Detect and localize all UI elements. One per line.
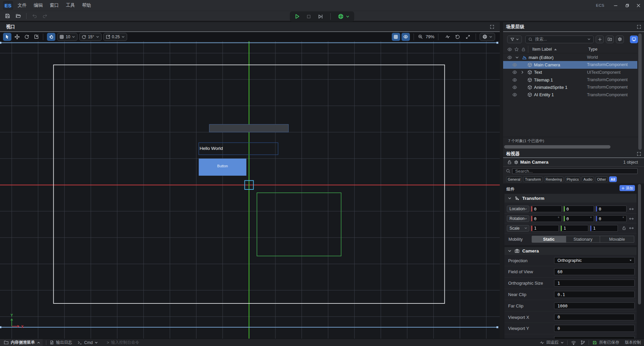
- restore-button[interactable]: [621, 0, 633, 11]
- property-value-field[interactable]: Orthographic: [554, 257, 635, 264]
- angle-snap-dropdown[interactable]: 15°: [79, 33, 101, 41]
- undo-icon[interactable]: [30, 12, 39, 20]
- transform-section-header[interactable]: Transform: [504, 194, 637, 203]
- output-log-button[interactable]: 输出日志: [50, 340, 72, 345]
- rotate-tool-button[interactable]: [22, 33, 31, 41]
- mobility-option[interactable]: Stationary: [566, 236, 600, 242]
- content-drawer-button[interactable]: 内容侧滑菜单: [0, 339, 43, 346]
- unlock-icon[interactable]: [507, 160, 512, 165]
- property-value-field[interactable]: 1000: [554, 302, 635, 309]
- expand-icon[interactable]: [521, 70, 525, 74]
- type-column-header[interactable]: Type: [588, 47, 597, 52]
- hierarchy-row[interactable]: Text UITextComponent: [503, 69, 637, 76]
- minimize-button[interactable]: [610, 0, 621, 11]
- inspector-vertical-scrollbar[interactable]: [638, 184, 641, 304]
- viewport-expand-icon[interactable]: [490, 25, 494, 29]
- run-target-dropdown[interactable]: [337, 13, 350, 20]
- add-folder-button[interactable]: [606, 36, 614, 43]
- grid-snap-dropdown[interactable]: 10: [57, 33, 77, 41]
- property-value-field[interactable]: 1: [554, 280, 635, 287]
- step-icon[interactable]: [317, 13, 324, 20]
- collapse-icon[interactable]: [515, 56, 519, 59]
- value-field-y[interactable]: 0°: [563, 215, 594, 222]
- visibility-eye-icon[interactable]: [512, 92, 517, 97]
- inspector-tab[interactable]: General: [506, 176, 522, 182]
- stop-icon[interactable]: [305, 13, 313, 20]
- visibility-eye-icon[interactable]: [512, 77, 517, 82]
- inspector-tab[interactable]: Physics: [565, 176, 580, 182]
- menu-item[interactable]: 帮助: [78, 0, 95, 11]
- redo-icon[interactable]: [41, 12, 49, 20]
- value-field-z[interactable]: 0°: [595, 215, 627, 222]
- scale-snap-dropdown[interactable]: 0.25: [103, 33, 127, 41]
- hierarchy-row[interactable]: main (Editor) World: [503, 54, 637, 61]
- value-field-z[interactable]: 1°: [590, 225, 618, 232]
- trace-dropdown[interactable]: 回追踪: [540, 340, 564, 345]
- panel-splitter[interactable]: [500, 22, 503, 339]
- hierarchy-vertical-scrollbar[interactable]: [638, 34, 642, 150]
- close-button[interactable]: [633, 0, 644, 11]
- screen-view-button[interactable]: [630, 36, 638, 43]
- hierarchy-search-input[interactable]: 搜索...: [525, 36, 594, 43]
- inspector-tab[interactable]: Rendering: [544, 176, 564, 182]
- app-logo[interactable]: ES: [3, 1, 13, 10]
- snap-toggle-button[interactable]: [47, 33, 55, 41]
- rect-edit-tool-button[interactable]: [32, 33, 41, 41]
- save-icon[interactable]: [3, 12, 12, 20]
- scene-canvas[interactable]: Hello World Button Y X: [0, 41, 500, 339]
- zoom-level[interactable]: 79%: [426, 34, 434, 39]
- stats-toggle-button[interactable]: [443, 33, 452, 41]
- mobility-option[interactable]: Static: [532, 236, 566, 242]
- property-value-field[interactable]: [554, 336, 635, 339]
- hierarchy-row[interactable]: AI Entity 1 TransformComponent: [503, 91, 637, 98]
- play-icon[interactable]: [293, 13, 301, 20]
- item-label-column-header[interactable]: Item Label: [532, 47, 552, 52]
- object-settings-gear-icon[interactable]: [514, 160, 519, 165]
- inspector-tab[interactable]: All: [609, 176, 617, 182]
- swap-values-icon[interactable]: [629, 216, 634, 221]
- add-component-button[interactable]: 添加: [620, 185, 635, 191]
- value-field-y[interactable]: 0°: [563, 206, 594, 212]
- property-value-field[interactable]: 0: [554, 313, 635, 321]
- hierarchy-row[interactable]: AnimatedSprite 1 TransformComponent: [503, 83, 637, 91]
- visibility-column-icon[interactable]: [507, 47, 512, 52]
- add-entity-button[interactable]: [596, 36, 604, 43]
- value-field-z[interactable]: 0°: [595, 206, 627, 212]
- mobility-option[interactable]: Movable: [600, 236, 634, 242]
- axis-mode-dropdown[interactable]: Location: [507, 206, 529, 212]
- visibility-eye-icon[interactable]: [512, 85, 517, 90]
- fullscreen-view-button[interactable]: [464, 33, 472, 41]
- property-value-field[interactable]: 60: [554, 268, 635, 275]
- visibility-eye-icon[interactable]: [507, 55, 512, 60]
- property-value-field[interactable]: 0.1: [554, 291, 635, 298]
- camera-section-header[interactable]: Camera: [504, 247, 637, 255]
- menu-item[interactable]: 工具: [62, 0, 78, 11]
- menu-item[interactable]: 窗口: [46, 0, 62, 11]
- hierarchy-settings-button[interactable]: [616, 36, 624, 43]
- network-status-icon[interactable]: [571, 340, 576, 345]
- value-field-x[interactable]: 0°: [531, 206, 562, 212]
- hierarchy-horizontal-scrollbar[interactable]: [504, 145, 610, 149]
- save-status[interactable]: 所有已保存: [592, 340, 619, 345]
- swap-values-icon[interactable]: [629, 226, 634, 231]
- branch-icon[interactable]: [580, 340, 585, 345]
- value-field-x[interactable]: 0°: [531, 215, 562, 222]
- hierarchy-row[interactable]: Main Camera TransformComponent: [503, 61, 637, 68]
- console-command-input[interactable]: > 输入控制台命令: [107, 340, 139, 345]
- axis-mode-dropdown[interactable]: Scale: [507, 225, 529, 232]
- move-tool-button[interactable]: [13, 33, 21, 41]
- filter-button[interactable]: [507, 36, 522, 43]
- menu-item[interactable]: 文件: [14, 0, 30, 11]
- inspector-tab[interactable]: Audio: [582, 176, 594, 182]
- axis-mode-dropdown[interactable]: Rotation: [507, 215, 529, 222]
- hello-world-text[interactable]: Hello World: [200, 146, 223, 151]
- swap-values-icon[interactable]: [629, 207, 634, 212]
- inspector-search-input[interactable]: [512, 168, 638, 174]
- viewport-world-dropdown[interactable]: [480, 33, 495, 41]
- inspector-tab[interactable]: Other: [595, 176, 607, 182]
- cmd-dropdown[interactable]: Cmd: [77, 340, 98, 345]
- visibility-toggle-button[interactable]: [401, 33, 410, 41]
- value-field-x[interactable]: 1°: [531, 225, 559, 232]
- uniform-scale-lock-icon[interactable]: [621, 226, 627, 230]
- version-control-button[interactable]: 版本控制: [625, 340, 641, 345]
